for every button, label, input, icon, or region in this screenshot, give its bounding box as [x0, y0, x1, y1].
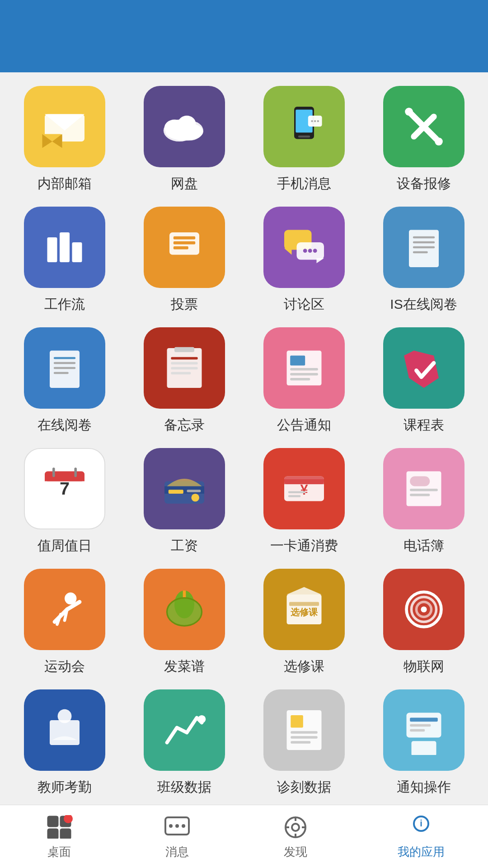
svg-point-17: [317, 120, 319, 122]
app-item-schedule[interactable]: 课程表: [368, 327, 479, 434]
nav-message[interactable]: 消息: [161, 813, 193, 860]
app-label-training: 班级数据: [157, 778, 211, 797]
app-label-workflow: 工作流: [44, 295, 85, 314]
svg-rect-108: [410, 729, 425, 732]
app-label-elective: 选修课: [284, 657, 324, 676]
app-item-sports[interactable]: 运动会: [9, 569, 120, 676]
svg-rect-24: [72, 242, 82, 262]
app-item-vote[interactable]: 投票: [129, 207, 239, 314]
app-icon-iot: [383, 569, 465, 650]
app-icon-student-data: [263, 689, 345, 771]
desktop-icon: [43, 813, 75, 840]
app-item-forum[interactable]: 讨论区: [249, 207, 359, 314]
svg-rect-67: [168, 490, 183, 494]
app-item-recipe[interactable]: 发菜谱: [129, 569, 239, 676]
svg-point-10: [164, 121, 183, 135]
app-item-memo[interactable]: 备忘录: [129, 327, 239, 434]
app-label-salary: 工资: [171, 537, 198, 555]
nav-discover[interactable]: 发现: [280, 813, 311, 860]
nav-my-apps[interactable]: i 我的应用: [398, 813, 445, 860]
app-item-is-exam[interactable]: IS在线阅卷: [368, 207, 479, 314]
app-icon-online-exam: [24, 327, 105, 409]
app-item-iot[interactable]: 物联网: [368, 569, 479, 676]
app-item-cloud[interactable]: 网盘: [129, 86, 239, 193]
status-bar: [0, 0, 488, 27]
svg-rect-104: [291, 741, 310, 744]
app-item-contacts[interactable]: 电话簿: [368, 448, 479, 555]
svg-line-83: [57, 614, 61, 624]
app-item-student-data[interactable]: 诊刻数据: [249, 689, 359, 797]
app-item-notice[interactable]: 公告通知: [249, 327, 359, 434]
app-icon-repair: [383, 86, 465, 167]
svg-marker-31: [284, 248, 292, 255]
app-item-workflow[interactable]: 工作流: [9, 207, 120, 314]
app-icon-duty: 7: [24, 448, 105, 529]
svg-point-34: [308, 249, 312, 253]
app-item-elective[interactable]: 选修课选修课: [249, 569, 359, 676]
svg-rect-26: [173, 236, 195, 240]
app-label-cloud: 网盘: [171, 175, 198, 193]
app-label-memo: 备忘录: [164, 416, 205, 434]
svg-rect-78: [410, 489, 438, 491]
svg-rect-38: [413, 236, 434, 238]
app-icon-recipe: [144, 569, 225, 650]
svg-rect-50: [171, 362, 197, 365]
app-label-repair: 设备报修: [397, 175, 451, 193]
svg-point-99: [197, 715, 206, 723]
svg-point-15: [311, 120, 313, 122]
app-icon-mail: [24, 86, 105, 167]
svg-rect-109: [411, 741, 436, 755]
svg-rect-43: [53, 357, 75, 359]
app-item-advanced-op[interactable]: 通知操作: [368, 689, 479, 797]
svg-marker-58: [404, 351, 439, 388]
svg-point-21: [435, 137, 443, 146]
discover-icon: [280, 813, 311, 840]
app-item-repair[interactable]: 设备报修: [368, 86, 479, 193]
app-label-iot: 物联网: [404, 657, 444, 676]
svg-point-116: [169, 824, 173, 828]
app-item-card[interactable]: ¥一卡通消费: [249, 448, 359, 555]
app-grid: 内部邮箱网盘手机消息设备报修工作流投票讨论区IS在线阅卷在线阅卷备忘录公告通知课…: [0, 72, 488, 806]
app-icon-elective: 选修课: [263, 569, 345, 650]
app-icon-salary: [144, 448, 225, 529]
svg-point-120: [292, 824, 299, 831]
svg-rect-37: [409, 230, 439, 268]
svg-rect-23: [60, 232, 70, 262]
nav-desktop[interactable]: 桌面: [43, 813, 75, 860]
app-item-duty[interactable]: 7值周值日: [9, 448, 120, 555]
app-label-teacher-exam: 教师考勤: [38, 778, 92, 797]
app-item-mail[interactable]: 内部邮箱: [9, 86, 120, 193]
svg-rect-46: [53, 372, 68, 374]
svg-point-69: [191, 494, 199, 502]
svg-point-16: [314, 120, 316, 122]
my-apps-icon: i: [405, 813, 437, 840]
app-icon-notice: [263, 327, 345, 409]
app-item-salary[interactable]: 工资: [129, 448, 239, 555]
svg-rect-74: [288, 491, 305, 493]
bottom-nav: 桌面 消息 发现: [0, 805, 488, 868]
app-icon-memo: [144, 327, 225, 409]
svg-rect-40: [413, 246, 434, 248]
svg-marker-90: [286, 587, 321, 595]
app-icon-teacher-exam: [24, 689, 105, 771]
svg-rect-39: [413, 241, 434, 243]
svg-point-33: [303, 249, 307, 253]
app-item-training[interactable]: 班级数据: [129, 689, 239, 797]
svg-text:¥: ¥: [300, 482, 308, 498]
app-item-teacher-exam[interactable]: 教师考勤: [9, 689, 120, 797]
app-label-forum: 讨论区: [284, 295, 324, 314]
svg-rect-48: [174, 347, 194, 352]
app-item-mobile-msg[interactable]: 手机消息: [249, 86, 359, 193]
app-item-online-exam[interactable]: 在线阅卷: [9, 327, 120, 434]
svg-text:i: i: [420, 818, 422, 828]
svg-point-98: [57, 709, 71, 723]
svg-point-96: [421, 606, 427, 612]
app-icon-training: [144, 689, 225, 771]
svg-marker-36: [316, 258, 324, 263]
app-label-notice: 公告通知: [277, 416, 331, 434]
svg-rect-41: [413, 251, 427, 253]
message-label: 消息: [165, 844, 189, 860]
app-label-vote: 投票: [171, 295, 198, 314]
svg-rect-51: [171, 367, 197, 370]
header: [0, 27, 488, 72]
